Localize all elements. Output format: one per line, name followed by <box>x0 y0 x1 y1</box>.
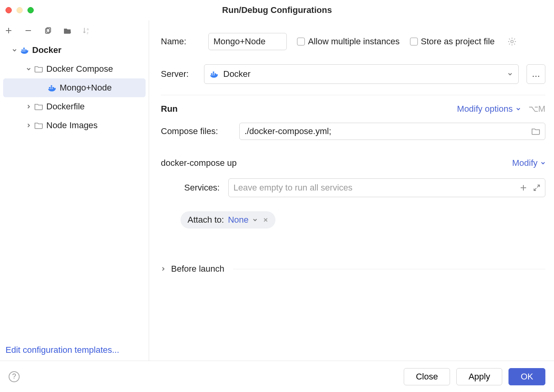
modify-link[interactable]: Modify <box>512 158 545 168</box>
ok-button[interactable]: OK <box>508 368 545 385</box>
folder-icon <box>35 103 43 110</box>
config-tree: Docker Docker Compose Mongo+Node <box>0 41 149 345</box>
window-zoom-button[interactable] <box>27 7 34 13</box>
dialog-footer: ? Close Apply OK <box>0 361 554 392</box>
svg-rect-4 <box>22 49 23 51</box>
save-templates-button[interactable] <box>62 25 73 36</box>
gear-icon[interactable] <box>507 37 517 46</box>
server-select[interactable]: Docker <box>204 64 519 84</box>
docker-icon <box>20 46 29 54</box>
svg-rect-5 <box>23 49 25 51</box>
help-button[interactable]: ? <box>9 371 20 382</box>
name-input[interactable] <box>208 33 287 50</box>
folder-icon[interactable] <box>532 128 540 135</box>
services-input[interactable]: Leave empty to run all services <box>228 178 545 197</box>
run-heading: Run <box>161 104 178 114</box>
chevron-right-icon[interactable] <box>161 267 166 271</box>
services-label: Services: <box>177 183 220 193</box>
remove-config-button[interactable] <box>23 25 34 36</box>
chevron-down-icon <box>12 48 17 53</box>
svg-rect-14 <box>213 73 214 75</box>
chevron-down-icon <box>253 218 257 222</box>
docker-icon <box>210 70 219 78</box>
modify-options-shortcut: ⌥M <box>528 104 545 114</box>
attach-to-chip[interactable]: Attach to: None <box>180 211 275 229</box>
apply-button[interactable]: Apply <box>456 368 502 385</box>
close-button[interactable]: Close <box>404 368 450 385</box>
add-config-button[interactable] <box>3 25 14 36</box>
before-launch-label: Before launch <box>171 264 224 274</box>
divider <box>233 269 545 269</box>
divider <box>161 95 545 95</box>
tree-node-dockerfile[interactable]: Dockerfile <box>3 97 146 116</box>
chevron-right-icon <box>26 104 31 109</box>
svg-rect-16 <box>213 72 214 73</box>
checkbox-label: Store as project file <box>421 36 495 47</box>
tree-label: Mongo+Node <box>60 83 112 93</box>
tree-node-node-images[interactable]: Node Images <box>3 116 146 135</box>
sidebar: az Docker Docker Compose <box>0 20 149 361</box>
compose-files-input[interactable]: ./docker-compose.yml; <box>239 123 545 140</box>
sort-az-button[interactable]: az <box>82 25 93 36</box>
checkbox-label: Allow multiple instances <box>308 36 400 47</box>
tree-node-docker-compose[interactable]: Docker Compose <box>3 60 146 78</box>
docker-icon <box>48 83 56 92</box>
chevron-down-icon <box>507 71 513 77</box>
tree-label: Node Images <box>46 120 98 131</box>
close-icon[interactable] <box>261 217 268 223</box>
titlebar: Run/Debug Configurations <box>0 0 554 20</box>
window-minimize-button[interactable] <box>16 7 23 13</box>
chevron-down-icon <box>516 107 521 111</box>
chevron-down-icon <box>26 67 31 71</box>
server-value: Docker <box>223 69 251 79</box>
copy-config-button[interactable] <box>42 25 53 36</box>
compose-up-label: docker-compose up <box>161 158 237 168</box>
chevron-right-icon <box>26 123 31 128</box>
tree-node-docker[interactable]: Docker <box>3 41 146 60</box>
config-form: Name: Allow multiple instances Store as … <box>149 20 554 361</box>
compose-files-value: ./docker-compose.yml; <box>244 126 331 136</box>
compose-files-label: Compose files: <box>161 126 230 136</box>
svg-text:z: z <box>87 31 89 34</box>
store-project-file-checkbox[interactable]: Store as project file <box>410 36 495 47</box>
services-placeholder: Leave empty to run all services <box>233 183 352 193</box>
svg-rect-9 <box>51 87 52 89</box>
attach-to-value: None <box>228 215 249 225</box>
tree-node-mongo-node[interactable]: Mongo+Node <box>3 78 146 97</box>
tree-label: Dockerfile <box>46 102 85 112</box>
window-title: Run/Debug Configurations <box>0 5 554 15</box>
folder-icon <box>35 122 43 129</box>
allow-multiple-checkbox[interactable]: Allow multiple instances <box>297 36 400 47</box>
expand-icon[interactable] <box>533 184 540 191</box>
plus-icon[interactable] <box>520 184 527 191</box>
modify-options-link[interactable]: Modify options <box>457 104 521 114</box>
server-browse-button[interactable]: … <box>527 64 545 84</box>
edit-templates-link[interactable]: Edit configuration templates... <box>5 345 119 355</box>
svg-rect-13 <box>211 73 213 75</box>
svg-point-12 <box>511 40 513 43</box>
tree-label: Docker Compose <box>46 64 113 74</box>
svg-text:a: a <box>87 27 89 31</box>
server-label: Server: <box>161 69 196 79</box>
svg-rect-11 <box>51 85 52 87</box>
window-close-button[interactable] <box>5 7 12 13</box>
svg-rect-7 <box>23 48 25 49</box>
tree-label: Docker <box>32 45 62 55</box>
svg-rect-8 <box>49 87 51 89</box>
sidebar-toolbar: az <box>0 20 149 41</box>
attach-to-label: Attach to: <box>188 215 224 225</box>
folder-icon <box>35 65 43 73</box>
chevron-down-icon <box>541 161 545 165</box>
name-label: Name: <box>161 36 198 47</box>
